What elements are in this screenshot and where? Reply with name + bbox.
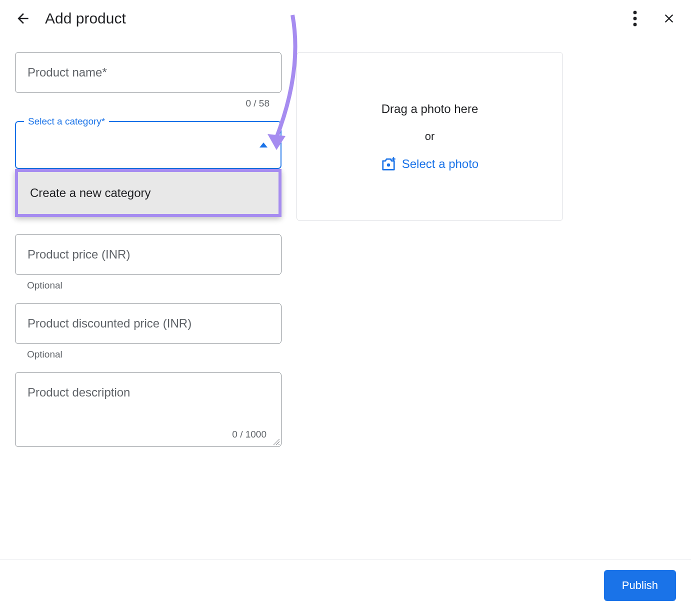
description-placeholder: Product description bbox=[28, 386, 130, 399]
category-select[interactable]: Select a category* bbox=[15, 121, 282, 169]
product-name-input[interactable]: Product name* bbox=[15, 52, 282, 93]
svg-point-3 bbox=[634, 23, 637, 26]
chevron-up-icon bbox=[260, 142, 268, 148]
photo-or-text: or bbox=[425, 130, 435, 143]
photo-drag-text: Drag a photo here bbox=[382, 102, 478, 116]
resize-handle-icon[interactable] bbox=[272, 438, 280, 445]
svg-line-6 bbox=[278, 444, 280, 445]
create-new-category-option[interactable]: Create a new category bbox=[15, 169, 282, 217]
description-counter: 0 / 1000 bbox=[232, 429, 266, 440]
product-price-helper: Optional bbox=[15, 280, 282, 291]
select-photo-button[interactable]: Select a photo bbox=[381, 157, 478, 171]
category-dropdown-menu: Create a new category bbox=[15, 169, 282, 217]
select-photo-text: Select a photo bbox=[402, 157, 478, 171]
svg-point-2 bbox=[634, 17, 637, 20]
svg-point-1 bbox=[634, 11, 637, 14]
discounted-price-helper: Optional bbox=[15, 349, 282, 360]
product-name-placeholder: Product name* bbox=[28, 66, 107, 79]
photo-drop-zone[interactable]: Drag a photo here or Select a photo bbox=[296, 52, 563, 221]
product-price-placeholder: Product price (INR) bbox=[28, 248, 130, 261]
svg-point-7 bbox=[387, 164, 390, 167]
product-name-counter: 0 / 58 bbox=[15, 98, 282, 109]
back-arrow-icon[interactable] bbox=[15, 10, 31, 26]
svg-line-4 bbox=[274, 439, 280, 445]
discounted-price-input[interactable]: Product discounted price (INR) bbox=[15, 303, 282, 344]
product-price-input[interactable]: Product price (INR) bbox=[15, 234, 282, 275]
page-title: Add product bbox=[45, 10, 126, 27]
category-label: Select a category* bbox=[24, 116, 109, 127]
header: Add product bbox=[0, 0, 691, 37]
more-vertical-icon[interactable] bbox=[633, 10, 637, 26]
close-icon[interactable] bbox=[662, 12, 676, 26]
publish-button[interactable]: Publish bbox=[604, 570, 676, 601]
footer: Publish bbox=[0, 560, 691, 616]
camera-icon bbox=[381, 157, 396, 171]
discounted-price-placeholder: Product discounted price (INR) bbox=[28, 316, 192, 330]
